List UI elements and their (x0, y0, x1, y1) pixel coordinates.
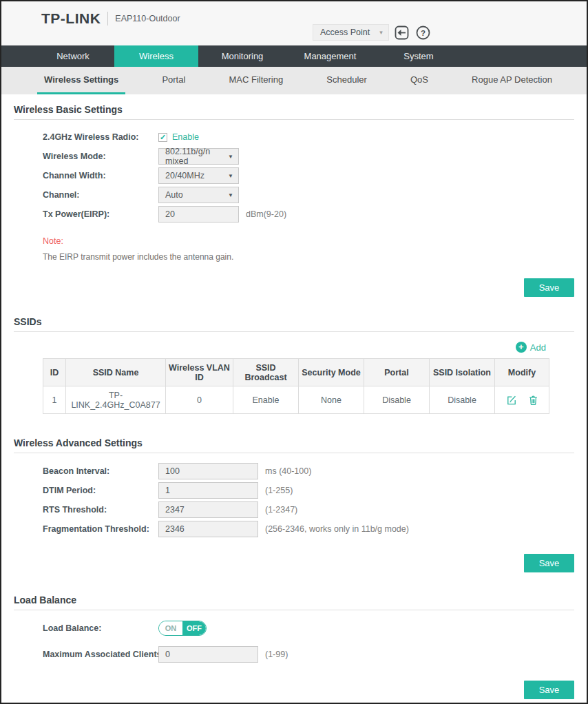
note-label: Note: (43, 236, 574, 246)
toggle-off-option[interactable]: OFF (182, 621, 206, 635)
subtab-scheduler[interactable]: Scheduler (319, 67, 374, 94)
tx-power-row: Tx Power(EIRP): dBm(9-20) (43, 205, 574, 224)
col-ssid-isolation: SSID Isolation (430, 359, 495, 386)
subtab-portal[interactable]: Portal (155, 67, 192, 94)
checkbox-checked-icon: ✓ (158, 133, 167, 142)
dtim-period-row: DTIM Period: (1-255) (43, 481, 574, 500)
col-ssid-name: SSID Name (66, 359, 166, 386)
wireless-mode-select[interactable]: 802.11b/g/n mixed ▼ (158, 148, 239, 165)
max-clients-row: Maximum Associated Clients: (1-99) (43, 645, 574, 664)
radio-enable-checkbox[interactable]: ✓ Enable (158, 132, 199, 142)
plus-icon: + (516, 342, 527, 353)
chevron-down-icon: ▼ (228, 192, 233, 198)
device-model: EAP110-Outdoor (115, 14, 180, 23)
tx-power-input[interactable] (158, 206, 239, 222)
ssid-table-row: 1 TP-LINK_2.4GHz_C0A877 0 Enable None Di… (43, 386, 549, 414)
fragmentation-threshold-hint: (256-2346, works only in 11b/g mode) (265, 524, 409, 534)
tx-power-label: Tx Power(EIRP): (43, 209, 158, 219)
basic-save-button[interactable]: Save (524, 278, 574, 297)
ssid-table: ID SSID Name Wireless VLAN ID SSID Broad… (43, 358, 549, 414)
cell-modify (495, 386, 549, 414)
add-ssid-button[interactable]: + Add (516, 342, 546, 353)
advanced-settings-title: Wireless Advanced Settings (14, 437, 574, 448)
divider (14, 119, 574, 120)
radio-row: 2.4GHz Wireless Radio: ✓ Enable (43, 127, 574, 147)
subtab-wireless-settings[interactable]: Wireless Settings (37, 67, 125, 94)
divider (14, 453, 574, 453)
svg-text:?: ? (421, 28, 426, 37)
app-window: TP-LINK EAP110-Outdoor Access Point ▾ ? (0, 0, 588, 704)
chevron-down-icon: ▼ (228, 154, 233, 160)
logout-icon (394, 25, 410, 41)
add-ssid-label: Add (530, 342, 546, 353)
tx-power-hint: dBm(9-20) (246, 209, 286, 219)
subtab-qos[interactable]: QoS (403, 67, 435, 94)
channel-label: Channel: (43, 190, 158, 200)
advanced-save-button[interactable]: Save (524, 554, 574, 572)
channel-select[interactable]: Auto ▼ (158, 187, 239, 203)
brand-separator (107, 12, 108, 25)
mode-select[interactable]: Access Point ▾ (313, 24, 389, 41)
rts-threshold-label: RTS Threshold: (43, 505, 158, 515)
help-icon: ? (415, 25, 431, 41)
wireless-mode-label: Wireless Mode: (43, 152, 158, 161)
tab-system[interactable]: System (374, 45, 463, 67)
wireless-mode-row: Wireless Mode: 802.11b/g/n mixed ▼ (43, 147, 574, 166)
rts-threshold-input[interactable] (158, 501, 258, 518)
tab-monitoring[interactable]: Monitoring (198, 45, 286, 67)
tab-management[interactable]: Management (286, 45, 374, 67)
cell-ssid-broadcast: Enable (233, 386, 299, 414)
beacon-interval-row: Beacon Interval: ms (40-100) (43, 462, 574, 481)
radio-label: 2.4GHz Wireless Radio: (43, 132, 158, 142)
load-balance-toggle[interactable]: ON OFF (158, 621, 207, 636)
main-nav: Network Wireless Monitoring Management S… (1, 45, 587, 67)
divider (14, 331, 574, 332)
cell-ssid-name: TP-LINK_2.4GHz_C0A877 (66, 386, 166, 414)
max-clients-hint: (1-99) (265, 650, 288, 659)
max-clients-input[interactable] (158, 646, 258, 663)
basic-settings-title: Wireless Basic Settings (14, 104, 574, 115)
chevron-down-icon: ▾ (379, 29, 383, 36)
help-button[interactable]: ? (415, 24, 432, 41)
sub-nav: Wireless Settings Portal MAC Filtering S… (1, 67, 587, 94)
chevron-down-icon: ▼ (228, 173, 233, 179)
subtab-rogue-ap-detection[interactable]: Rogue AP Detection (465, 67, 559, 94)
dtim-period-hint: (1-255) (265, 486, 293, 495)
brand-row: TP-LINK EAP110-Outdoor (41, 10, 180, 27)
ssid-table-header-row: ID SSID Name Wireless VLAN ID SSID Broad… (43, 359, 549, 386)
logout-button[interactable] (394, 24, 410, 41)
load-balance-label: Load Balance: (43, 623, 158, 633)
fragmentation-threshold-label: Fragmentation Threshold: (43, 524, 158, 534)
rts-threshold-hint: (1-2347) (265, 505, 297, 515)
load-balance-title: Load Balance (14, 594, 574, 605)
cell-id: 1 (43, 386, 66, 414)
delete-ssid-button[interactable] (528, 395, 538, 406)
col-ssid-broadcast: SSID Broadcast (233, 359, 299, 386)
brand-logo: TP-LINK (41, 10, 101, 27)
max-clients-label: Maximum Associated Clients: (43, 650, 158, 659)
subtab-mac-filtering[interactable]: MAC Filtering (222, 67, 290, 94)
fragmentation-threshold-input[interactable] (158, 521, 258, 537)
dtim-period-label: DTIM Period: (43, 486, 158, 495)
radio-enable-label: Enable (172, 132, 199, 142)
tab-wireless[interactable]: Wireless (114, 45, 198, 67)
beacon-interval-input[interactable] (158, 463, 258, 479)
tab-network[interactable]: Network (32, 45, 114, 67)
rts-threshold-row: RTS Threshold: (1-2347) (43, 500, 574, 519)
header-controls: Access Point ▾ ? (313, 24, 432, 41)
cell-ssid-isolation: Disable (430, 386, 495, 414)
col-modify: Modify (495, 359, 549, 386)
col-vlan-id: Wireless VLAN ID (166, 359, 233, 386)
ssids-title: SSIDs (14, 316, 574, 327)
cell-vlan-id: 0 (166, 386, 233, 414)
fragmentation-threshold-row: Fragmentation Threshold: (256-2346, work… (43, 519, 574, 539)
toggle-on-option[interactable]: ON (159, 621, 182, 635)
mode-select-value: Access Point (320, 28, 370, 37)
channel-width-select[interactable]: 20/40MHz ▼ (158, 167, 239, 184)
dtim-period-input[interactable] (158, 482, 258, 499)
load-balance-row: Load Balance: ON OFF (43, 619, 574, 638)
cell-security-mode: None (299, 386, 364, 414)
edit-icon (506, 395, 517, 406)
load-balance-save-button[interactable]: Save (524, 681, 574, 699)
edit-ssid-button[interactable] (506, 395, 517, 406)
